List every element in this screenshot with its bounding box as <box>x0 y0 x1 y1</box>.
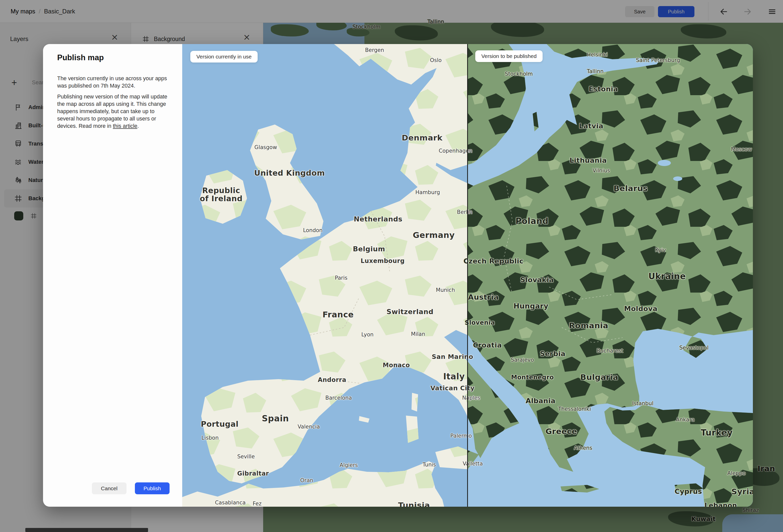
cancel-button[interactable]: Cancel <box>92 482 127 494</box>
dialog-title: Publish map <box>57 53 104 62</box>
publish-modal: Publish map The version currently in use… <box>43 44 753 507</box>
dialog-paragraph-1: The version currently in use across your… <box>57 75 170 90</box>
current-version-chip: Version currently in use <box>190 51 258 63</box>
published-version-chip: Version to be published <box>475 50 542 62</box>
compare-slider-divider[interactable] <box>467 44 468 507</box>
publish-dialog: Publish map The version currently in use… <box>43 44 182 507</box>
publish-confirm-button[interactable]: Publish <box>135 482 169 494</box>
dialog-paragraph-2: Publishing new version of the map will u… <box>57 93 170 130</box>
version-compare-map[interactable]: BergenOsloGlasgowUnited KingdomRepublic … <box>182 44 753 507</box>
this-article-link[interactable]: this article <box>113 123 137 129</box>
